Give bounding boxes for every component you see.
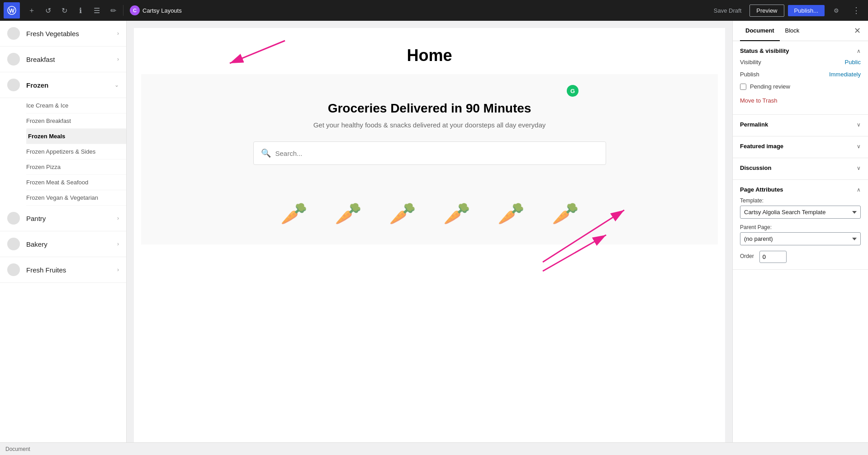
- redo-button[interactable]: ↻: [56, 2, 72, 19]
- featured-image-header[interactable]: Featured image ∨: [740, 143, 861, 150]
- tab-document[interactable]: Document: [740, 21, 780, 41]
- sidebar-item-frozen[interactable]: Frozen ⌄: [0, 72, 126, 98]
- carrot-icon-4: 🥕: [443, 201, 470, 226]
- carrot-icon-5: 🥕: [498, 201, 525, 226]
- sidebar-sub-item-frozen-vegan[interactable]: Frozen Vegan & Vegetarian: [26, 190, 126, 206]
- publish-label: Publish: [740, 71, 759, 78]
- sidebar-item-bakery[interactable]: Bakery ›: [0, 231, 126, 257]
- cartsy-icon: C: [130, 5, 140, 15]
- carrot-icon-3: 🥕: [389, 201, 416, 226]
- toolbar-right: Save Draft Preview Publish... ⚙ ⋮: [709, 2, 864, 19]
- sidebar-sub-item-frozen-appetizers[interactable]: Frozen Appetizers & Sides: [26, 144, 126, 159]
- sidebar-item-icon: [7, 238, 20, 250]
- sidebar-item-icon: [7, 27, 20, 40]
- settings-button[interactable]: ⚙: [828, 2, 844, 19]
- chevron-down-icon: ∨: [857, 165, 861, 171]
- tools-button[interactable]: ✏: [105, 2, 121, 19]
- sidebar-sub-item-frozen-pizza[interactable]: Frozen Pizza: [26, 159, 126, 175]
- toolbar: W ＋ ↺ ↻ ℹ ☰ ✏ C Cartsy Layouts Save Draf…: [0, 0, 868, 21]
- publish-value[interactable]: Immediately: [829, 71, 861, 78]
- search-bar: 🔍: [253, 141, 606, 165]
- sidebar-item-label: Fresh Fruites: [26, 266, 117, 274]
- template-select[interactable]: Cartsy Algolia Search Template Default t…: [740, 206, 861, 219]
- search-input[interactable]: [275, 150, 598, 157]
- discussion-header[interactable]: Discussion ∨: [740, 164, 861, 171]
- chevron-right-icon: ›: [117, 215, 119, 221]
- chevron-down-icon: ∨: [857, 143, 861, 150]
- sidebar-item-icon: [7, 53, 20, 66]
- chevron-down-icon: ⌄: [114, 82, 119, 88]
- move-to-trash-link[interactable]: Move to Trash: [740, 97, 777, 104]
- list-view-button[interactable]: ☰: [89, 2, 105, 19]
- visibility-label: Visibility: [740, 59, 761, 66]
- panel-header: Document Block ✕: [733, 21, 868, 41]
- pending-review-row: Pending review: [740, 80, 861, 93]
- sidebar-sub-item-frozen-meat[interactable]: Frozen Meat & Seafood: [26, 175, 126, 190]
- page-title[interactable]: Home: [407, 46, 452, 65]
- info-button[interactable]: ℹ: [72, 2, 89, 19]
- publish-button[interactable]: Publish...: [788, 5, 825, 16]
- page-title-area: Home: [134, 28, 725, 74]
- pending-review-label: Pending review: [750, 83, 790, 90]
- left-sidebar: Fresh Vegetables › Breakfast › Frozen ⌄ …: [0, 21, 127, 455]
- sidebar-item-label: Bakery: [26, 240, 117, 248]
- sidebar-item-breakfast[interactable]: Breakfast ›: [0, 47, 126, 72]
- wp-logo[interactable]: W: [4, 2, 20, 19]
- sidebar-item-icon: [7, 79, 20, 91]
- sidebar-item-fresh-fruites[interactable]: Fresh Fruites ›: [0, 257, 126, 283]
- parent-page-select[interactable]: (no parent): [740, 232, 861, 245]
- permalink-header[interactable]: Permalink ∨: [740, 121, 861, 128]
- right-panel: Document Block ✕ Status & visibility ∧ V…: [732, 21, 868, 455]
- cartsy-layouts-button[interactable]: C Cartsy Layouts: [125, 5, 186, 15]
- publish-row: Publish Immediately: [740, 68, 861, 80]
- order-input[interactable]: [759, 251, 787, 263]
- template-label: Template:: [740, 197, 861, 204]
- carrot-icon-6: 🥕: [552, 201, 579, 226]
- chevron-right-icon: ›: [117, 241, 119, 247]
- divider: [123, 5, 123, 16]
- tab-block[interactable]: Block: [780, 21, 805, 41]
- chevron-down-icon: ∨: [857, 122, 861, 128]
- status-visibility-title: Status & visibility: [740, 47, 789, 54]
- parent-page-label: Parent Page:: [740, 224, 861, 230]
- main-content: Home Groceries Delivered in 90 Minutes G…: [127, 21, 732, 455]
- search-icon: 🔍: [261, 148, 271, 158]
- sidebar-sub-item-ice-cream[interactable]: Ice Cream & Ice: [26, 98, 126, 113]
- sidebar-item-icon: [7, 212, 20, 225]
- panel-close-button[interactable]: ✕: [854, 26, 861, 36]
- sidebar-item-fresh-vegetables[interactable]: Fresh Vegetables ›: [0, 21, 126, 47]
- bottom-bar: Document: [0, 442, 868, 455]
- sidebar-item-label: Fresh Vegetables: [26, 30, 117, 38]
- more-options-button[interactable]: ⋮: [848, 2, 864, 19]
- featured-image-title: Featured image: [740, 143, 783, 150]
- pending-review-checkbox[interactable]: [740, 84, 746, 90]
- page-attributes-section: Page Attributes ∧ Template: Cartsy Algol…: [733, 180, 868, 270]
- sidebar-sub-item-frozen-breakfast[interactable]: Frozen Breakfast: [26, 113, 126, 129]
- main-layout: Fresh Vegetables › Breakfast › Frozen ⌄ …: [0, 21, 868, 455]
- undo-button[interactable]: ↺: [40, 2, 56, 19]
- status-visibility-header[interactable]: Status & visibility ∧: [740, 47, 861, 54]
- add-block-button[interactable]: ＋: [24, 2, 40, 19]
- svg-text:W: W: [9, 7, 15, 14]
- carrot-icon-2: 🥕: [335, 201, 362, 226]
- sidebar-sub-item-frozen-meals[interactable]: Frozen Meals: [26, 129, 126, 144]
- visibility-value[interactable]: Public: [845, 59, 861, 66]
- permalink-title: Permalink: [740, 121, 768, 128]
- sidebar-item-pantry[interactable]: Pantry ›: [0, 206, 126, 231]
- sidebar-item-label: Frozen: [26, 81, 114, 89]
- preview-button[interactable]: Preview: [749, 5, 784, 17]
- permalink-section: Permalink ∨: [733, 115, 868, 136]
- chevron-right-icon: ›: [117, 267, 119, 273]
- chevron-up-icon: ∧: [857, 187, 861, 193]
- cartsy-label: Cartsy Layouts: [142, 7, 182, 14]
- frozen-sub-menu: Ice Cream & Ice Frozen Breakfast Frozen …: [0, 98, 126, 206]
- chevron-right-icon: ›: [117, 56, 119, 62]
- save-draft-button[interactable]: Save Draft: [709, 5, 746, 17]
- page-editor: Home Groceries Delivered in 90 Minutes G…: [134, 28, 725, 447]
- page-attributes-header[interactable]: Page Attributes ∧: [740, 186, 861, 193]
- visibility-row: Visibility Public: [740, 56, 861, 68]
- chevron-up-icon: ∧: [857, 48, 861, 54]
- carrots-row: 🥕 🥕 🥕 🥕 🥕 🥕: [141, 183, 718, 244]
- grammarly-badge: G: [567, 85, 579, 97]
- sidebar-item-label: Pantry: [26, 215, 117, 222]
